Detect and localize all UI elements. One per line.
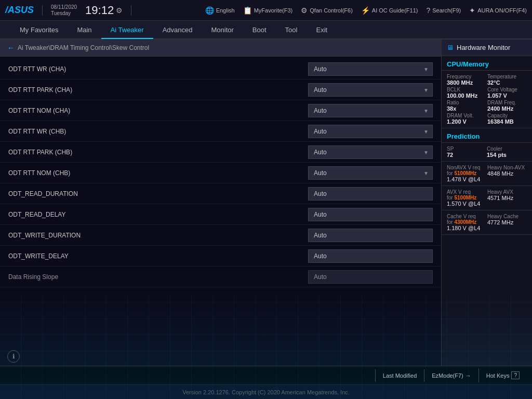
nav-tabs: My Favorites Main Ai Tweaker Advanced Mo… xyxy=(0,21,532,39)
odt-read-delay-input[interactable] xyxy=(308,208,433,221)
core-voltage-label: Core Voltage xyxy=(487,87,527,92)
cooler-label: Cooler xyxy=(487,146,527,152)
aioc-control[interactable]: ⚡ AI OC Guide(F11) xyxy=(361,6,418,15)
dram-freq-value: 2400 MHz xyxy=(487,105,527,112)
bclk-value: 100.00 MHz xyxy=(447,92,486,99)
temperature-value: 32°C xyxy=(487,79,527,86)
tab-exit[interactable]: Exit xyxy=(307,22,337,39)
aura-control[interactable]: ✦ AURA ON/OFF(F4) xyxy=(469,6,527,15)
datetime-display: 08/11/2020 Tuesday xyxy=(51,4,77,17)
cache-freq: 4300MHz xyxy=(454,219,476,225)
qfan-control[interactable]: ⚙ Qfan Control(F6) xyxy=(301,6,353,15)
date-text: 08/11/2020 xyxy=(51,4,77,10)
tab-my-favorites[interactable]: My Favorites xyxy=(10,22,68,39)
odt-rtt-wr-chb-select[interactable]: Auto xyxy=(308,125,433,138)
qfan-icon: ⚙ xyxy=(301,6,308,15)
capacity-value: 16384 MB xyxy=(487,118,527,125)
setting-label-odt-rtt-nom-cha: ODT RTT NOM (CHA) xyxy=(8,107,308,114)
myfavorite-icon: 📋 xyxy=(243,6,252,15)
setting-control-odt-rtt-nom-cha: Auto xyxy=(308,104,433,117)
table-row: ODT RTT NOM (CHA) Auto xyxy=(0,100,441,121)
odt-rtt-park-chb-select[interactable]: Auto xyxy=(308,145,433,159)
tab-main[interactable]: Main xyxy=(68,22,101,39)
cache-prediction: Cache V req for 4300MHz 1.180 V @L4 Heav… xyxy=(442,210,532,235)
dram-volt-value: 1.200 V xyxy=(447,118,486,125)
setting-control-data-rising-slope xyxy=(308,270,433,284)
top-bar: /ASUS 08/11/2020 Tuesday 19:12 ⚙ 🌐 Engli… xyxy=(0,0,532,21)
settings-gear-icon[interactable]: ⚙ xyxy=(116,6,123,15)
top-bar-divider-2 xyxy=(131,5,131,16)
cooler-item: Cooler 154 pts xyxy=(487,146,527,158)
asus-logo: /ASUS xyxy=(5,5,34,16)
select-wrapper: Auto xyxy=(308,166,433,180)
search-label: Search(F9) xyxy=(432,7,461,14)
qfan-label: Qfan Control(F6) xyxy=(310,7,353,14)
setting-control-odt-read-duration xyxy=(308,187,433,201)
table-row: ODT RTT PARK (CHA) Auto xyxy=(0,79,441,100)
top-bar-divider xyxy=(42,5,43,16)
table-row: Data Rising Slope xyxy=(0,267,441,287)
sp-label: SP xyxy=(447,146,487,152)
avx-heavy-value: 4571 MHz xyxy=(487,195,527,201)
odt-write-delay-input[interactable] xyxy=(308,249,433,263)
aioc-icon: ⚡ xyxy=(361,6,370,15)
table-row: ODT_WRITE_DELAY xyxy=(0,246,441,267)
tab-boot[interactable]: Boot xyxy=(243,22,276,39)
nonavx-voltage: 1.478 V @L4 xyxy=(447,176,486,182)
setting-label-odt-rtt-nom-chb: ODT RTT NOM (CHB) xyxy=(8,169,308,177)
top-controls: 🌐 English 📋 MyFavorite(F3) ⚙ Qfan Contro… xyxy=(205,6,527,15)
language-control[interactable]: 🌐 English xyxy=(205,6,235,15)
aura-label: AURA ON/OFF(F4) xyxy=(477,7,527,14)
language-icon: 🌐 xyxy=(205,6,214,15)
odt-read-duration-input[interactable] xyxy=(308,187,433,201)
select-wrapper: Auto xyxy=(308,145,433,159)
breadcrumb-back-arrow[interactable]: ← xyxy=(7,44,15,52)
setting-label-odt-read-duration: ODT_READ_DURATION xyxy=(8,190,308,197)
search-control[interactable]: ? Search(F9) xyxy=(426,6,461,15)
cpu-memory-section-title: CPU/Memory xyxy=(442,56,532,71)
tab-tool[interactable]: Tool xyxy=(276,22,307,39)
setting-label-odt-rtt-wr-chb: ODT RTT WR (CHB) xyxy=(8,128,308,135)
hw-metric-capacity: Capacity 16384 MB xyxy=(487,113,527,125)
setting-control-odt-write-duration xyxy=(308,229,433,242)
table-row: ODT RTT NOM (CHB) Auto xyxy=(0,163,441,183)
info-icon-button[interactable]: ℹ xyxy=(7,350,20,363)
tab-advanced[interactable]: Advanced xyxy=(153,22,202,39)
nonavx-req-label: NonAVX V req xyxy=(447,165,486,170)
cache-voltage: 1.180 V @L4 xyxy=(447,225,486,231)
hw-monitor-header: 🖥 Hardware Monitor xyxy=(442,39,532,56)
odt-rtt-park-cha-select[interactable]: Auto xyxy=(308,83,433,97)
cache-heavy-label: Heavy Cache xyxy=(487,214,527,219)
myfavorite-control[interactable]: 📋 MyFavorite(F3) xyxy=(243,6,293,15)
hw-metric-frequency: Frequency 3800 MHz xyxy=(447,74,486,86)
ratio-value: 38x xyxy=(447,105,486,112)
tab-monitor[interactable]: Monitor xyxy=(202,22,243,39)
select-wrapper: Auto xyxy=(308,83,433,97)
setting-label-odt-read-delay: ODT_READ_DELAY xyxy=(8,211,308,218)
setting-control-odt-rtt-park-chb: Auto xyxy=(308,145,433,159)
breadcrumb: ← Ai Tweaker\DRAM Timing Control\Skew Co… xyxy=(0,39,441,57)
breadcrumb-path: Ai Tweaker\DRAM Timing Control\Skew Cont… xyxy=(18,44,149,51)
avx-voltage: 1.570 V @L4 xyxy=(447,201,486,207)
odt-rtt-nom-chb-select[interactable]: Auto xyxy=(308,166,433,180)
cache-heavy-value: 4772 MHz xyxy=(487,219,527,225)
avx-heavy-label: Heavy AVX xyxy=(487,189,527,195)
odt-rtt-nom-cha-select[interactable]: Auto xyxy=(308,104,433,117)
ratio-label: Ratio xyxy=(447,100,486,105)
sp-item: SP 72 xyxy=(447,146,487,158)
odt-rtt-wr-cha-select[interactable]: Auto xyxy=(308,62,433,76)
main-wrapper: /ASUS 08/11/2020 Tuesday 19:12 ⚙ 🌐 Engli… xyxy=(0,0,532,399)
setting-control-odt-rtt-wr-chb: Auto xyxy=(308,125,433,138)
odt-write-duration-input[interactable] xyxy=(308,229,433,242)
tab-ai-tweaker[interactable]: Ai Tweaker xyxy=(101,22,153,39)
hw-metric-temperature: Temperature 32°C xyxy=(487,74,527,86)
table-row: ODT RTT PARK (CHB) Auto xyxy=(0,142,441,163)
nonavx-heavy-label: Heavy Non-AVX xyxy=(487,165,527,170)
hw-metric-dram-freq: DRAM Freq. 2400 MHz xyxy=(487,100,527,112)
dram-volt-label: DRAM Volt. xyxy=(447,113,486,118)
clock-display: 19:12 ⚙ xyxy=(85,4,123,17)
data-rising-slope-input[interactable] xyxy=(308,270,433,284)
hw-metric-ratio: Ratio 38x xyxy=(447,100,486,112)
select-wrapper: Auto xyxy=(308,125,433,138)
sp-value: 72 xyxy=(447,152,487,158)
